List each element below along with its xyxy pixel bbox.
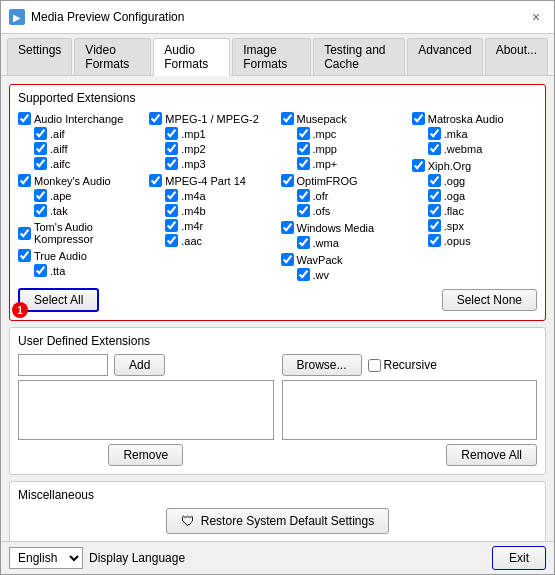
mp2-label: .mp2 bbox=[181, 143, 205, 155]
supported-extensions-title: Supported Extensions bbox=[18, 91, 537, 105]
oga-check[interactable] bbox=[428, 189, 441, 202]
tak-check[interactable] bbox=[34, 204, 47, 217]
monkeys-audio-group: Monkey's Audio bbox=[18, 173, 143, 188]
ape-label: .ape bbox=[50, 190, 71, 202]
extension-input[interactable] bbox=[18, 354, 108, 376]
mpeg12-group: MPEG-1 / MPEG-2 bbox=[149, 111, 274, 126]
m4r-check[interactable] bbox=[165, 219, 178, 232]
m4a-check[interactable] bbox=[165, 189, 178, 202]
matroska-group: Matroska Audio bbox=[412, 111, 537, 126]
mpc-check[interactable] bbox=[297, 127, 310, 140]
tab-about[interactable]: About... bbox=[485, 38, 548, 75]
add-button[interactable]: Add bbox=[114, 354, 165, 376]
audio-interchange-group: Audio Interchange bbox=[18, 111, 143, 126]
tab-bar: Settings Video Formats Audio Formats Ima… bbox=[1, 34, 554, 76]
aiff-label: .aiff bbox=[50, 143, 68, 155]
mka-label: .mka bbox=[444, 128, 468, 140]
m4b-check[interactable] bbox=[165, 204, 178, 217]
aif-check[interactable] bbox=[34, 127, 47, 140]
wavpack-check[interactable] bbox=[281, 253, 294, 266]
title-bar-left: ▶ Media Preview Configuration bbox=[9, 9, 184, 25]
aac-label: .aac bbox=[181, 235, 202, 247]
ape-check[interactable] bbox=[34, 189, 47, 202]
mpp-check[interactable] bbox=[297, 142, 310, 155]
spx-check[interactable] bbox=[428, 219, 441, 232]
recursive-checkbox[interactable] bbox=[368, 359, 381, 372]
mpeg4-group: MPEG-4 Part 14 bbox=[149, 173, 274, 188]
monkeys-audio-check[interactable] bbox=[18, 174, 31, 187]
footer: English French German Spanish Display La… bbox=[1, 541, 554, 574]
miscellaneous-title: Miscellaneous bbox=[18, 488, 537, 502]
tab-advanced[interactable]: Advanced bbox=[407, 38, 482, 75]
xiph-group: Xiph.Org bbox=[412, 158, 537, 173]
aiff-item: .aiff bbox=[18, 141, 143, 156]
tab-audio-formats[interactable]: Audio Formats bbox=[153, 38, 230, 76]
user-defined-title: User Defined Extensions bbox=[18, 334, 537, 348]
musepack-label: Musepack bbox=[297, 113, 347, 125]
folders-list[interactable] bbox=[282, 380, 538, 440]
wv-label: .wv bbox=[313, 269, 330, 281]
flac-check[interactable] bbox=[428, 204, 441, 217]
mpplus-item: .mp+ bbox=[281, 156, 406, 171]
xiph-check[interactable] bbox=[412, 159, 425, 172]
miscellaneous-section: Miscellaneous 🛡 Restore System Default S… bbox=[9, 481, 546, 541]
aifc-check[interactable] bbox=[34, 157, 47, 170]
audio-interchange-check[interactable] bbox=[18, 112, 31, 125]
tta-check[interactable] bbox=[34, 264, 47, 277]
ofs-check[interactable] bbox=[297, 204, 310, 217]
user-defined-left: Add Remove bbox=[18, 354, 274, 466]
opus-check[interactable] bbox=[428, 234, 441, 247]
m4a-label: .m4a bbox=[181, 190, 205, 202]
aiff-check[interactable] bbox=[34, 142, 47, 155]
mp1-label: .mp1 bbox=[181, 128, 205, 140]
opus-item: .opus bbox=[412, 233, 537, 248]
windows-media-check[interactable] bbox=[281, 221, 294, 234]
true-audio-check[interactable] bbox=[18, 249, 31, 262]
tab-image-formats[interactable]: Image Formats bbox=[232, 38, 311, 75]
optimfrog-check[interactable] bbox=[281, 174, 294, 187]
user-defined-right: Browse... Recursive Remove All bbox=[282, 354, 538, 466]
matroska-check[interactable] bbox=[412, 112, 425, 125]
mpeg4-check[interactable] bbox=[149, 174, 162, 187]
browse-button[interactable]: Browse... bbox=[282, 354, 362, 376]
select-all-button[interactable]: Select All bbox=[18, 288, 99, 312]
aac-check[interactable] bbox=[165, 234, 178, 247]
recursive-check: Recursive bbox=[368, 358, 437, 372]
select-all-badge: 1 bbox=[12, 302, 28, 318]
mp3-check[interactable] bbox=[165, 157, 178, 170]
remove-all-button[interactable]: Remove All bbox=[446, 444, 537, 466]
add-input-row: Add bbox=[18, 354, 274, 376]
ogg-check[interactable] bbox=[428, 174, 441, 187]
ofr-check[interactable] bbox=[297, 189, 310, 202]
tak-item: .tak bbox=[18, 203, 143, 218]
mp2-check[interactable] bbox=[165, 142, 178, 155]
webma-label: .webma bbox=[444, 143, 483, 155]
mp1-item: .mp1 bbox=[149, 126, 274, 141]
mp1-check[interactable] bbox=[165, 127, 178, 140]
mpplus-check[interactable] bbox=[297, 157, 310, 170]
exit-button[interactable]: Exit bbox=[492, 546, 546, 570]
webma-check[interactable] bbox=[428, 142, 441, 155]
wv-check[interactable] bbox=[297, 268, 310, 281]
mp3-item: .mp3 bbox=[149, 156, 274, 171]
main-window: ▶ Media Preview Configuration × Settings… bbox=[0, 0, 555, 575]
close-button[interactable]: × bbox=[526, 7, 546, 27]
wma-check[interactable] bbox=[297, 236, 310, 249]
remove-button[interactable]: Remove bbox=[108, 444, 183, 466]
musepack-check[interactable] bbox=[281, 112, 294, 125]
extensions-list[interactable] bbox=[18, 380, 274, 440]
select-none-button[interactable]: Select None bbox=[442, 289, 537, 311]
mp3-label: .mp3 bbox=[181, 158, 205, 170]
tab-video-formats[interactable]: Video Formats bbox=[74, 38, 151, 75]
mka-check[interactable] bbox=[428, 127, 441, 140]
col4: Matroska Audio .mka .webma Xiph.Org bbox=[412, 111, 537, 282]
mpeg12-check[interactable] bbox=[149, 112, 162, 125]
restore-button[interactable]: 🛡 Restore System Default Settings bbox=[166, 508, 389, 534]
tab-testing-cache[interactable]: Testing and Cache bbox=[313, 38, 405, 75]
toms-check[interactable] bbox=[18, 227, 31, 240]
language-dropdown[interactable]: English French German Spanish bbox=[9, 547, 83, 569]
ape-item: .ape bbox=[18, 188, 143, 203]
tab-settings[interactable]: Settings bbox=[7, 38, 72, 75]
audio-interchange-label: Audio Interchange bbox=[34, 113, 123, 125]
wavpack-group: WavPack bbox=[281, 252, 406, 267]
